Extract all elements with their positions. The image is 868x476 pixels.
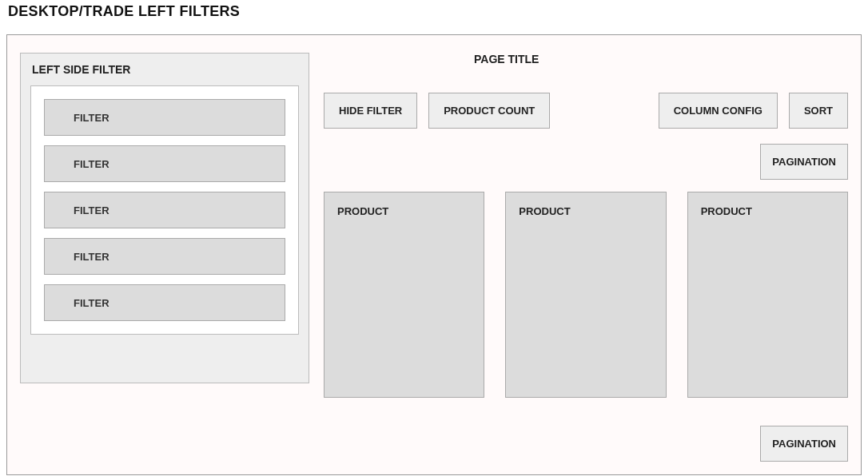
left-side-filter: LEFT SIDE FILTER FILTER FILTER FILTER FI… [20, 53, 309, 383]
product-count-button[interactable]: PRODUCT COUNT [428, 93, 550, 129]
product-grid: PRODUCT PRODUCT PRODUCT [324, 192, 848, 398]
product-card[interactable]: PRODUCT [505, 192, 666, 398]
toolbar-right: COLUMN CONFIG SORT [659, 93, 848, 129]
page-title: PAGE TITLE [474, 53, 539, 65]
toolbar: HIDE FILTER PRODUCT COUNT COLUMN CONFIG … [324, 93, 848, 129]
filter-item[interactable]: FILTER [44, 192, 285, 228]
column-config-button[interactable]: COLUMN CONFIG [659, 93, 778, 129]
filter-item[interactable]: FILTER [44, 145, 285, 182]
toolbar-left: HIDE FILTER PRODUCT COUNT [324, 93, 550, 129]
pagination-bottom[interactable]: PAGINATION [760, 426, 848, 462]
layout-title: DESKTOP/TRADE LEFT FILTERS [8, 3, 862, 20]
product-card[interactable]: PRODUCT [687, 192, 848, 398]
filter-list: FILTER FILTER FILTER FILTER FILTER [30, 85, 299, 335]
filter-item[interactable]: FILTER [44, 99, 285, 136]
filter-item[interactable]: FILTER [44, 238, 285, 275]
pagination-top[interactable]: PAGINATION [760, 144, 848, 180]
product-card[interactable]: PRODUCT [324, 192, 484, 398]
hide-filter-button[interactable]: HIDE FILTER [324, 93, 417, 129]
sort-button[interactable]: SORT [789, 93, 848, 129]
filter-item[interactable]: FILTER [44, 284, 285, 321]
wireframe-frame: LEFT SIDE FILTER FILTER FILTER FILTER FI… [6, 34, 862, 475]
sidebar-title: LEFT SIDE FILTER [32, 63, 299, 76]
